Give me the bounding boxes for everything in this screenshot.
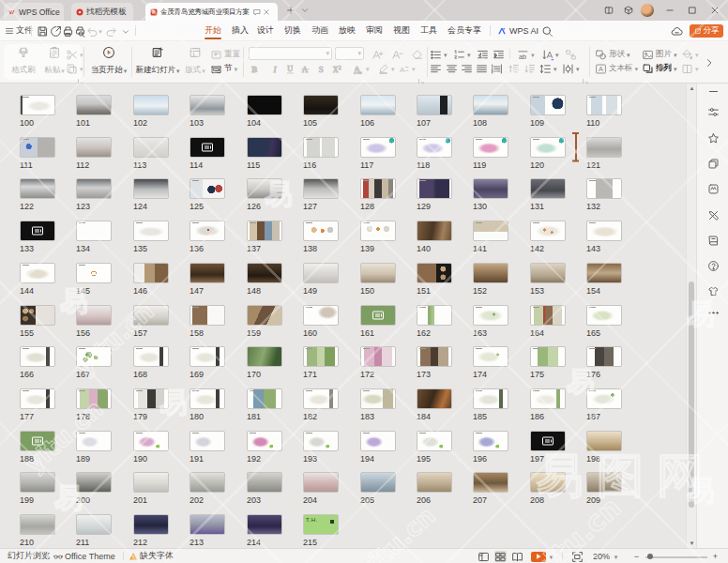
sidebar-notes-button[interactable] bbox=[705, 233, 720, 248]
slide-thumbnail-104[interactable] bbox=[247, 95, 282, 115]
undo-button[interactable]: ▾ bbox=[87, 24, 101, 38]
slide-thumbnail-101[interactable] bbox=[76, 95, 112, 115]
slide-thumbnail-109[interactable] bbox=[530, 95, 566, 115]
slide-thumbnail-186[interactable] bbox=[530, 388, 566, 409]
slide-thumbnail-193[interactable] bbox=[303, 431, 339, 451]
play-from-current-button[interactable]: 当页开始▾ bbox=[85, 46, 132, 76]
slide-thumbnail-128[interactable] bbox=[360, 178, 396, 199]
strike-button[interactable]: A bbox=[299, 63, 311, 74]
slide-thumbnail-132[interactable] bbox=[586, 178, 622, 199]
sidebar-tools-button[interactable] bbox=[705, 207, 720, 222]
slide-thumbnail-174[interactable] bbox=[473, 346, 508, 367]
menu-item-5[interactable]: 放映 bbox=[339, 21, 356, 40]
zoom-in-button[interactable]: + bbox=[709, 551, 721, 562]
bullets-button[interactable]: ▾ bbox=[430, 49, 447, 60]
tab-wps-home[interactable]: W WPS Office bbox=[4, 3, 64, 21]
fontcolor-button[interactable]: A▾ bbox=[352, 63, 370, 74]
wps-ai-button[interactable]: WPS AI bbox=[497, 21, 538, 40]
menu-item-2[interactable]: 设计 bbox=[257, 21, 274, 40]
linespdown-button[interactable]: ▾ bbox=[541, 49, 559, 60]
slide-thumbnail-200[interactable] bbox=[76, 472, 112, 493]
tab-docer-templates[interactable]: 找稻壳模板 bbox=[71, 3, 133, 21]
layout-button[interactable]: 版式▾ bbox=[181, 46, 209, 76]
aligndist-button[interactable] bbox=[491, 63, 503, 74]
slide-thumbnail-179[interactable] bbox=[133, 388, 169, 409]
slide-thumbnail-114[interactable] bbox=[190, 137, 225, 158]
fit-window-button[interactable] bbox=[571, 551, 584, 562]
redo-button[interactable] bbox=[104, 24, 118, 38]
slide-thumbnail-107[interactable] bbox=[417, 95, 452, 115]
split-view-button[interactable] bbox=[601, 0, 616, 21]
ribbon-expand-button[interactable] bbox=[703, 55, 715, 70]
slide-thumbnail-160[interactable] bbox=[303, 305, 339, 326]
slide-thumbnail-139[interactable] bbox=[360, 221, 396, 241]
sidebar-properties-button[interactable] bbox=[705, 104, 720, 119]
slide-thumbnail-154[interactable] bbox=[586, 263, 622, 283]
slide-thumbnail-159[interactable] bbox=[247, 305, 282, 326]
slide-thumbnail-135[interactable] bbox=[133, 221, 169, 241]
increase-font-button[interactable] bbox=[372, 49, 384, 60]
new-tab-button[interactable] bbox=[284, 3, 297, 18]
share-button[interactable]: 分享 bbox=[690, 24, 723, 38]
highlight-button[interactable]: ▾ bbox=[377, 63, 395, 74]
slide-thumbnail-180[interactable] bbox=[190, 388, 225, 409]
missing-font-warning[interactable]: 缺失字体 bbox=[129, 549, 174, 563]
slide-thumbnail-152[interactable] bbox=[473, 263, 508, 283]
menu-item-6[interactable]: 审阅 bbox=[366, 21, 383, 40]
print-preview-button[interactable] bbox=[73, 24, 87, 38]
arrange-button[interactable]: 排列▾ bbox=[642, 63, 677, 74]
slide-thumbnail-157[interactable] bbox=[133, 305, 169, 326]
font-family-select[interactable]: ▾ bbox=[249, 47, 332, 60]
shapes-button[interactable]: 形状▾ bbox=[595, 49, 630, 60]
paragraph-dialog-launcher[interactable] bbox=[582, 72, 588, 79]
slide-thumbnail-142[interactable] bbox=[530, 221, 566, 241]
slide-thumbnail-188[interactable] bbox=[20, 431, 55, 451]
slide-thumbnail-145[interactable] bbox=[76, 263, 112, 283]
slide-thumbnail-110[interactable] bbox=[586, 95, 622, 115]
slide-thumbnail-178[interactable] bbox=[76, 388, 112, 409]
sidebar-more-button[interactable] bbox=[705, 305, 720, 320]
comment-bubble-icon[interactable] bbox=[253, 8, 261, 16]
slide-thumbnail-108[interactable] bbox=[473, 95, 508, 115]
slide-thumbnail-120[interactable] bbox=[530, 137, 566, 158]
slide-thumbnail-129[interactable] bbox=[417, 178, 452, 199]
slide-thumbnail-148[interactable] bbox=[247, 263, 282, 283]
slide-thumbnail-155[interactable] bbox=[20, 305, 55, 326]
slide-thumbnail-123[interactable] bbox=[76, 178, 112, 199]
slide-thumbnail-150[interactable] bbox=[360, 263, 396, 283]
clear-format-button[interactable] bbox=[411, 49, 423, 60]
slide-thumbnail-146[interactable] bbox=[133, 263, 169, 283]
slide-thumbnail-112[interactable] bbox=[76, 137, 112, 158]
close-tab-icon[interactable] bbox=[263, 8, 270, 16]
zoom-out-button[interactable]: − bbox=[630, 551, 643, 562]
slide-thumbnail-140[interactable] bbox=[417, 221, 452, 241]
underline-button[interactable]: U bbox=[284, 63, 296, 74]
tab-active-document[interactable]: P 金茂青岛览秀城商业项目方案 bbox=[145, 3, 278, 21]
slide-thumbnail-167[interactable] bbox=[76, 346, 112, 367]
menu-item-3[interactable]: 切换 bbox=[284, 21, 301, 40]
smartart-button[interactable] bbox=[565, 49, 577, 60]
slide-thumbnail-124[interactable] bbox=[133, 178, 169, 199]
slide-thumbnail-161[interactable] bbox=[360, 305, 396, 326]
bold-button[interactable]: B bbox=[249, 63, 261, 74]
menu-item-1[interactable]: 插入 bbox=[232, 21, 249, 40]
zoom-menu-button[interactable]: ▾ bbox=[612, 551, 620, 562]
slide-thumbnail-169[interactable] bbox=[190, 346, 225, 367]
theme-indicator[interactable]: Office Theme bbox=[53, 549, 115, 563]
slide-thumbnail-181[interactable] bbox=[247, 388, 282, 409]
zoom-slider-knob[interactable] bbox=[647, 554, 653, 559]
slide-thumbnail-138[interactable] bbox=[303, 221, 339, 241]
slide-thumbnail-194[interactable] bbox=[360, 431, 396, 451]
slide-thumbnail-102[interactable] bbox=[133, 95, 169, 115]
italic-button[interactable]: I bbox=[269, 63, 281, 74]
slide-thumbnail-137[interactable] bbox=[247, 221, 282, 241]
slide-thumbnail-147[interactable] bbox=[190, 263, 225, 283]
slide-thumbnail-119[interactable] bbox=[473, 137, 508, 158]
tab-list-button[interactable] bbox=[298, 3, 311, 18]
slide-thumbnail-151[interactable] bbox=[417, 263, 452, 283]
vertical-scrollbar[interactable]: ▲ ▼ bbox=[686, 84, 696, 548]
slide-thumbnail-206[interactable] bbox=[417, 472, 452, 493]
slide-thumbnail-163[interactable] bbox=[473, 305, 508, 326]
slide-thumbnail-210[interactable] bbox=[20, 514, 55, 535]
slide-thumbnail-162[interactable] bbox=[417, 305, 452, 326]
